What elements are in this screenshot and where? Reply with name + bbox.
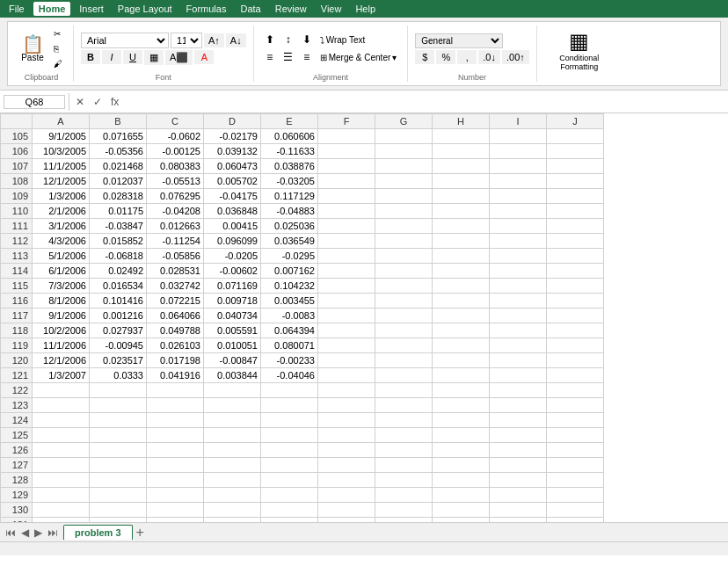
cell-129-A[interactable] bbox=[33, 488, 90, 503]
cancel-formula-button[interactable]: ✕ bbox=[73, 95, 87, 109]
cell-110-D[interactable]: 0.036848 bbox=[204, 204, 261, 219]
cell-129-B[interactable] bbox=[90, 488, 147, 503]
cell-115-D[interactable]: 0.071169 bbox=[204, 279, 261, 294]
cell-105-I[interactable] bbox=[490, 129, 547, 144]
cell-118-E[interactable]: 0.064394 bbox=[261, 323, 318, 338]
cell-121-A[interactable]: 1/3/2007 bbox=[33, 368, 90, 383]
cell-114-C[interactable]: 0.028531 bbox=[147, 264, 204, 279]
cell-107-C[interactable]: 0.080383 bbox=[147, 159, 204, 174]
cell-121-G[interactable] bbox=[375, 368, 433, 383]
cell-117-I[interactable] bbox=[490, 309, 547, 323]
cell-118-B[interactable]: 0.027937 bbox=[90, 323, 147, 338]
cell-125-G[interactable] bbox=[375, 428, 433, 443]
cell-129-F[interactable] bbox=[318, 488, 375, 503]
cell-126-H[interactable] bbox=[433, 443, 490, 458]
cell-130-D[interactable] bbox=[204, 503, 261, 518]
cell-126-G[interactable] bbox=[375, 443, 433, 458]
cell-107-J[interactable] bbox=[547, 159, 604, 174]
cell-112-B[interactable]: 0.015852 bbox=[90, 234, 147, 249]
cell-119-H[interactable] bbox=[433, 338, 490, 353]
cell-109-H[interactable] bbox=[433, 189, 490, 204]
cell-119-C[interactable]: 0.026103 bbox=[147, 338, 204, 353]
sheet-tab-problem3[interactable]: problem 3 bbox=[63, 525, 133, 540]
cell-116-D[interactable]: 0.009718 bbox=[204, 294, 261, 309]
cell-107-I[interactable] bbox=[490, 159, 547, 174]
cell-116-I[interactable] bbox=[490, 294, 547, 309]
cell-121-D[interactable]: 0.003844 bbox=[204, 368, 261, 383]
cell-reference-box[interactable] bbox=[4, 95, 65, 109]
cell-109-D[interactable]: -0.04175 bbox=[204, 189, 261, 204]
cell-127-D[interactable] bbox=[204, 458, 261, 473]
cell-130-H[interactable] bbox=[433, 503, 490, 518]
cell-122-G[interactable] bbox=[375, 383, 433, 398]
cell-124-I[interactable] bbox=[490, 413, 547, 428]
cell-109-A[interactable]: 1/3/2006 bbox=[33, 189, 90, 204]
cell-111-C[interactable]: 0.012663 bbox=[147, 219, 204, 234]
cell-126-A[interactable] bbox=[33, 443, 90, 458]
menu-help[interactable]: Help bbox=[350, 2, 381, 16]
cell-110-A[interactable]: 2/1/2006 bbox=[33, 204, 90, 219]
comma-button[interactable]: , bbox=[457, 50, 477, 64]
cut-button[interactable]: ✂ bbox=[50, 27, 66, 40]
cell-106-A[interactable]: 10/3/2005 bbox=[33, 144, 90, 159]
cell-123-C[interactable] bbox=[147, 398, 204, 413]
font-size-select[interactable]: 11 bbox=[171, 33, 202, 48]
underline-button[interactable]: U bbox=[123, 50, 142, 64]
cell-128-F[interactable] bbox=[318, 473, 375, 488]
cell-116-B[interactable]: 0.101416 bbox=[90, 294, 147, 309]
italic-button[interactable]: I bbox=[102, 50, 121, 64]
cell-129-J[interactable] bbox=[547, 488, 604, 503]
cell-126-D[interactable] bbox=[204, 443, 261, 458]
cell-123-I[interactable] bbox=[490, 398, 547, 413]
cell-125-E[interactable] bbox=[261, 428, 318, 443]
cell-115-F[interactable] bbox=[318, 279, 375, 294]
cell-125-H[interactable] bbox=[433, 428, 490, 443]
increase-font-button[interactable]: A↑ bbox=[204, 33, 224, 47]
cell-111-J[interactable] bbox=[547, 219, 604, 234]
fill-color-button[interactable]: A⬛ bbox=[165, 50, 193, 65]
menu-review[interactable]: Review bbox=[270, 2, 312, 16]
menu-data[interactable]: Data bbox=[235, 2, 266, 16]
cell-119-A[interactable]: 11/1/2006 bbox=[33, 338, 90, 353]
cell-106-G[interactable] bbox=[375, 144, 433, 159]
align-bottom-button[interactable]: ⬇ bbox=[298, 32, 316, 47]
cell-108-D[interactable]: 0.005702 bbox=[204, 174, 261, 189]
cell-115-A[interactable]: 7/3/2006 bbox=[33, 279, 90, 294]
cell-123-A[interactable] bbox=[33, 398, 90, 413]
cell-118-I[interactable] bbox=[490, 323, 547, 338]
cell-129-H[interactable] bbox=[433, 488, 490, 503]
cell-121-I[interactable] bbox=[490, 368, 547, 383]
cell-113-F[interactable] bbox=[318, 249, 375, 264]
cell-127-B[interactable] bbox=[90, 458, 147, 473]
first-sheet-button[interactable]: ⏮ bbox=[4, 526, 18, 539]
cell-112-A[interactable]: 4/3/2006 bbox=[33, 234, 90, 249]
cell-119-J[interactable] bbox=[547, 338, 604, 353]
cell-126-I[interactable] bbox=[490, 443, 547, 458]
cell-118-A[interactable]: 10/2/2006 bbox=[33, 323, 90, 338]
cell-114-D[interactable]: -0.00602 bbox=[204, 264, 261, 279]
cell-118-D[interactable]: 0.005591 bbox=[204, 323, 261, 338]
cell-119-G[interactable] bbox=[375, 338, 433, 353]
cell-113-E[interactable]: -0.0295 bbox=[261, 249, 318, 264]
cell-128-J[interactable] bbox=[547, 473, 604, 488]
cell-128-D[interactable] bbox=[204, 473, 261, 488]
cell-116-H[interactable] bbox=[433, 294, 490, 309]
increase-decimal-button[interactable]: .00↑ bbox=[502, 50, 529, 64]
cell-106-F[interactable] bbox=[318, 144, 375, 159]
cell-113-H[interactable] bbox=[433, 249, 490, 264]
cell-117-D[interactable]: 0.040734 bbox=[204, 309, 261, 323]
cell-114-G[interactable] bbox=[375, 264, 433, 279]
function-button[interactable]: fx bbox=[108, 95, 121, 109]
cell-117-F[interactable] bbox=[318, 309, 375, 323]
cell-123-E[interactable] bbox=[261, 398, 318, 413]
cell-107-E[interactable]: 0.038876 bbox=[261, 159, 318, 174]
cell-108-I[interactable] bbox=[490, 174, 547, 189]
currency-button[interactable]: $ bbox=[415, 50, 434, 64]
cell-113-I[interactable] bbox=[490, 249, 547, 264]
cell-130-J[interactable] bbox=[547, 503, 604, 518]
cell-124-F[interactable] bbox=[318, 413, 375, 428]
cell-110-F[interactable] bbox=[318, 204, 375, 219]
copy-button[interactable]: ⎘ bbox=[50, 42, 66, 55]
cell-122-D[interactable] bbox=[204, 383, 261, 398]
cell-113-A[interactable]: 5/1/2006 bbox=[33, 249, 90, 264]
